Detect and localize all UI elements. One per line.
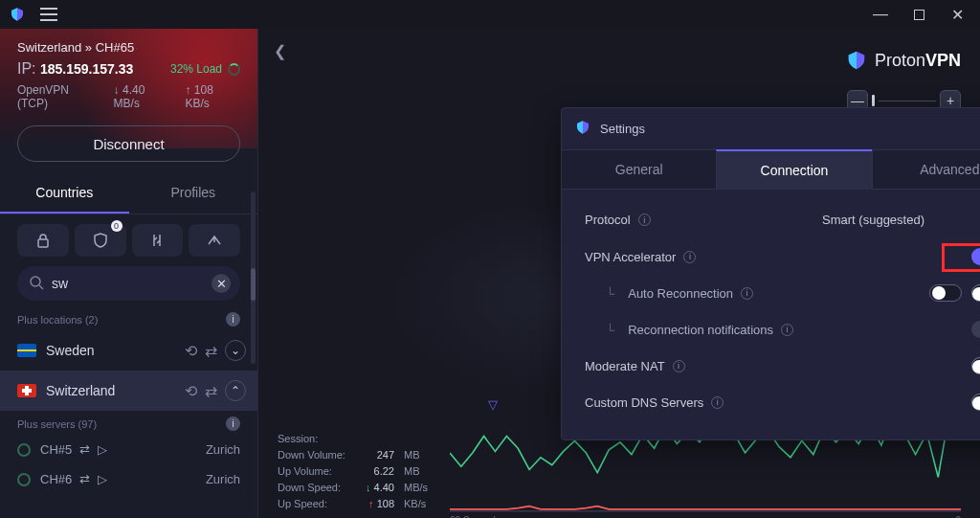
svg-point-2 [31,277,40,286]
info-icon[interactable]: i [781,324,793,336]
chart-pin-icon: ▽ [488,397,498,412]
svg-rect-0 [914,10,924,19]
tab-countries[interactable]: Countries [0,175,129,214]
moderate-nat-label: Moderate NAT [585,359,665,373]
flag-sweden-icon [17,344,36,357]
server-load-icon [17,473,31,486]
expand-sweden-button[interactable]: ⌄ [225,340,246,361]
refresh-icon[interactable]: ⇄ [205,382,217,400]
plus-locations-info-icon[interactable]: i [226,312,240,327]
refresh-icon: ⇄ [79,442,90,457]
server-item-ch6[interactable]: CH#6 ⇄ ▷ Zurich [0,464,257,494]
custom-dns-toggle[interactable] [971,394,980,411]
search-input[interactable] [17,266,240,301]
custom-dns-label: Custom DNS Servers [585,395,703,410]
main-area: ❮ CONNECTED ProtonVPN — + ▽ ▽ ▽ 6.92 MB/… [258,29,980,518]
info-icon[interactable]: i [673,360,685,372]
refresh-icon: ⇄ [79,472,90,486]
brand-logo: ProtonVPN [846,50,961,71]
settings-tab-general[interactable]: General [562,149,716,190]
plus-servers-info-icon[interactable]: i [226,417,240,431]
plus-locations-header: Plus locations (2) [17,314,98,326]
flag-switzerland-icon [17,384,36,397]
vpn-accelerator-toggle[interactable] [971,248,980,265]
connection-info: Switzerland » CH#65 IP: 185.159.157.33 3… [0,29,257,114]
load-ring-icon [228,63,240,76]
play-icon: ▷ [98,472,107,486]
svg-rect-1 [38,239,48,247]
window-maximize-button[interactable] [902,3,936,26]
window-minimize-button[interactable]: — [863,3,898,26]
reconnect-notif-label: Reconnection notifications [628,323,773,337]
auto-reconnect-label: Auto Reconnection [628,286,733,301]
stats-table: Session: Down Volume:247MB Up Volume:6.2… [278,431,433,512]
info-icon[interactable]: i [711,396,724,409]
vpn-accelerator-label: VPN Accelerator [585,250,676,264]
up-speed: ↑ 108 KB/s [185,83,240,110]
filter-secure-core-icon[interactable] [17,224,69,257]
search-icon [29,275,44,294]
filter-netshield-icon[interactable] [75,224,126,257]
p2p-icon: ⟲ [185,342,197,360]
p2p-icon: ⟲ [185,382,197,400]
connection-location: Switzerland » CH#65 [17,40,240,55]
app-logo-icon [10,7,25,22]
server-load-icon [17,443,31,457]
connection-load: 32% Load [170,62,240,76]
protocol-select[interactable]: Smart (suggested) [822,213,924,227]
back-button[interactable]: ❮ [274,42,286,60]
settings-tab-connection[interactable]: Connection [716,149,871,190]
settings-tab-advanced[interactable]: Advanced [872,149,980,190]
window-close-button[interactable]: ✕ [940,3,974,26]
down-speed: ↓ 4.40 MB/s [114,83,174,110]
menu-icon[interactable] [40,8,57,21]
info-icon[interactable]: i [683,251,696,263]
filter-port-forward-icon[interactable] [132,224,184,257]
app-logo-icon [575,120,590,138]
connection-protocol: OpenVPN (TCP) [17,83,102,110]
disconnect-button[interactable]: Disconnect [17,125,240,162]
moderate-nat-toggle[interactable] [971,357,980,374]
tab-profiles[interactable]: Profiles [129,175,258,214]
connection-ip: IP: 185.159.157.33 [17,60,133,78]
protocol-label: Protocol [585,213,631,227]
sidebar-scrollbar[interactable] [251,191,256,364]
server-item-ch5[interactable]: CH#5 ⇄ ▷ Zurich [0,435,257,464]
search-clear-button[interactable]: ✕ [212,274,231,293]
auto-reconnect-toggle[interactable] [971,284,980,302]
info-icon[interactable]: i [638,214,651,226]
info-icon[interactable]: i [741,287,753,300]
title-bar: — ✕ [0,0,980,29]
country-item-switzerland[interactable]: Switzerland ⟲ ⇄ ⌃ [0,371,257,411]
refresh-icon[interactable]: ⇄ [205,342,217,360]
settings-title: Settings [600,122,645,136]
collapse-switzerland-button[interactable]: ⌃ [225,380,246,401]
play-icon: ▷ [98,442,107,457]
reconnect-notif-toggle[interactable] [971,321,980,338]
plus-servers-header: Plus servers (97) [17,418,97,430]
zoom-level-icon [872,95,875,106]
settings-modal: Settings ✕ General Connection Advanced P… [561,107,980,440]
country-item-sweden[interactable]: Sweden ⟲ ⇄ ⌄ [0,330,257,371]
filter-split-tunnel-icon[interactable] [189,224,240,257]
sidebar: Switzerland » CH#65 IP: 185.159.157.33 3… [0,29,258,518]
